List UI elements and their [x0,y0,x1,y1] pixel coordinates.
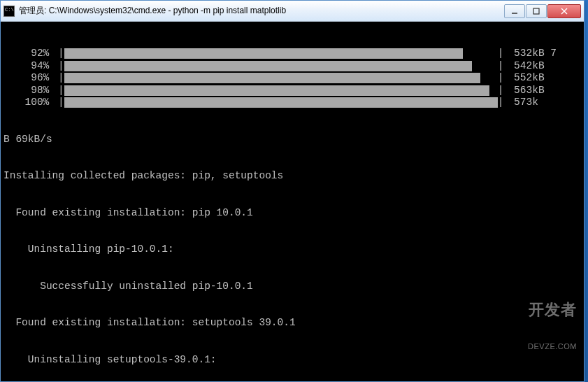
progress-percent: 92% [3,48,58,60]
progress-bar-fill [64,97,498,108]
progress-bar-empty [472,61,498,71]
progress-bar-start: | [58,60,64,73]
output-line: B 69kB/s [3,134,581,146]
progress-bar-fill [64,61,472,71]
progress-bar-fill [64,73,480,83]
output-line: Uninstalling pip-10.0.1: [3,243,581,256]
progress-info: 563kB [503,85,544,97]
progress-percent: 94% [3,60,58,73]
window-controls [503,4,581,18]
progress-row: 92% || 532kB 7 [3,48,581,60]
progress-bar-start: | [58,72,64,85]
progress-info: 532kB 7 [503,48,557,60]
progress-info: 542kB [503,60,544,73]
progress-bar-end: | [498,60,504,73]
close-button[interactable] [547,4,581,18]
progress-info: 573k [503,97,538,109]
progress-percent: 100% [3,97,58,109]
progress-bar-start: | [58,48,64,60]
progress-info: 552kB [503,72,544,85]
progress-bar-empty [463,48,498,59]
output-line: Found existing installation: setuptools … [3,317,581,330]
progress-row: 94% || 542kB [3,60,581,73]
watermark-text: 开发者 [528,304,577,316]
progress-bar-end: | [498,48,504,60]
progress-row: 98% || 563kB [3,85,581,97]
progress-bar-start: | [58,85,64,97]
progress-bar-fill [64,48,463,59]
output-line: Installing collected packages: pip, setu… [3,170,581,183]
progress-row: 96% || 552kB [3,72,581,85]
progress-bar-end: | [498,85,504,97]
minimize-button[interactable] [504,4,525,18]
output-line: Uninstalling setuptools-39.0.1: [3,354,581,367]
titlebar[interactable]: 管理员: C:\Windows\system32\cmd.exe - pytho… [1,1,584,22]
progress-bar-start: | [58,97,64,109]
maximize-button[interactable] [526,4,547,18]
output-line: Successfully uninstalled pip-10.0.1 [3,281,581,293]
cmd-window: 管理员: C:\Windows\system32\cmd.exe - pytho… [0,0,585,382]
progress-bar-empty [480,73,498,83]
cmd-icon [3,6,15,17]
progress-percent: 96% [3,72,58,85]
watermark-domain: DEVZE.COM [528,341,577,353]
window-title: 管理员: C:\Windows\system32\cmd.exe - pytho… [19,5,503,17]
output-line: Found existing installation: pip 10.0.1 [3,207,581,220]
svg-rect-1 [533,8,539,14]
progress-row: 100% || 573k [3,97,581,109]
progress-bar-empty [489,85,498,96]
progress-bar-fill [64,85,489,96]
progress-bar-end: | [498,97,504,109]
progress-percent: 98% [3,85,58,97]
progress-bar-end: | [498,72,504,85]
terminal-output[interactable]: 92% || 532kB 794% || 542kB96% || 552kB98… [1,22,584,381]
